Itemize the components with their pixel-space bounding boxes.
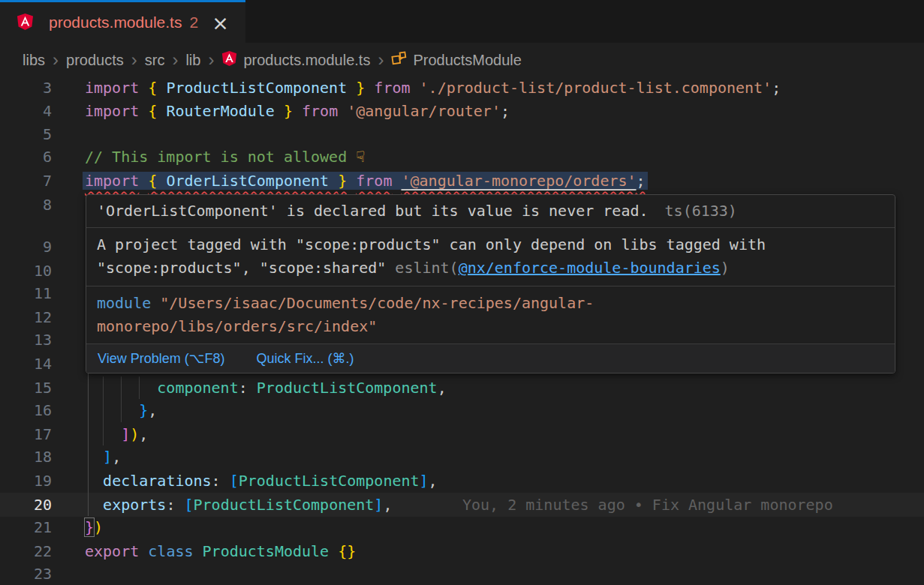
line-number-16: 16: [0, 399, 52, 422]
code-line-6[interactable]: // This import is not allowed ☟: [85, 146, 365, 169]
symbol-class-icon: [391, 50, 407, 70]
line-number-7: 7: [0, 170, 52, 193]
line-number-8: 8: [0, 194, 52, 217]
ts-diagnostic-code: ts(6133): [665, 202, 737, 220]
ts-diagnostic-row: 'OrderListComponent' is declared but its…: [86, 195, 895, 228]
code-line-17[interactable]: ]),: [85, 423, 148, 446]
line-number-6: 6: [0, 146, 52, 169]
quick-fix-action[interactable]: Quick Fix... (⌘.): [256, 347, 354, 370]
module-path-line2: monorepo/libs/orders/src/index": [97, 315, 884, 338]
view-problem-action[interactable]: View Problem (⌥F8): [98, 347, 224, 370]
breadcrumb-products[interactable]: products: [66, 52, 124, 69]
close-icon[interactable]: ×: [212, 13, 229, 33]
breadcrumb-libs[interactable]: libs: [23, 52, 45, 69]
tab-products-module[interactable]: products.module.ts 2 ×: [0, 0, 245, 43]
breadcrumb-src[interactable]: src: [145, 52, 165, 69]
line-number-15: 15: [0, 376, 52, 400]
chevron-right-icon: ›: [378, 51, 384, 69]
module-info-row: module "/Users/isaac/Documents/code/nx-r…: [86, 286, 895, 344]
breadcrumb-lib[interactable]: lib: [185, 52, 200, 69]
git-blame-annotation: You, 2 minutes ago • Fix Angular monorep…: [462, 494, 833, 517]
breadcrumb-symbol[interactable]: ProductsModule: [413, 52, 522, 69]
eslint-diagnostic-row: A project tagged with "scope:products" c…: [86, 228, 895, 286]
line-number-21: 21: [0, 516, 52, 539]
angular-file-icon: [17, 13, 34, 33]
chevron-right-icon: ›: [53, 51, 59, 69]
hover-status-bar: View Problem (⌥F8) Quick Fix... (⌘.): [86, 344, 895, 373]
line-number-4: 4: [0, 100, 52, 123]
tab-filename: products.module.ts: [49, 14, 182, 32]
angular-file-icon: [221, 50, 237, 70]
line-number-18: 18: [0, 446, 52, 469]
breadcrumb-file[interactable]: products.module.ts: [243, 52, 370, 69]
breadcrumb: libs › products › src › lib › products.m…: [0, 43, 924, 77]
diagnostic-hover-popup: 'OrderListComponent' is declared but its…: [86, 194, 895, 374]
code-line-19[interactable]: declarations: [ProductListComponent],: [85, 470, 438, 493]
vscode-window: products.module.ts 2 × libs › products ›…: [0, 0, 924, 585]
line-number-17: 17: [0, 423, 52, 446]
code-line-3[interactable]: import { ProductListComponent } from './…: [85, 76, 781, 100]
line-number-13: 13: [0, 328, 52, 352]
line-number-23: 23: [0, 562, 52, 585]
code-line-18[interactable]: ],: [85, 446, 121, 469]
tab-error-count-badge: 2: [189, 14, 198, 32]
tab-bar: products.module.ts 2 ×: [0, 0, 924, 43]
eslint-message-line2: "scope:products", "scope:shared" eslint(…: [97, 256, 884, 280]
eslint-message-line1: A project tagged with "scope:products" c…: [97, 233, 884, 256]
line-number-3: 3: [0, 76, 52, 100]
code-line-22[interactable]: export class ProductsModule {}: [85, 540, 356, 563]
chevron-right-icon: ›: [172, 51, 178, 69]
code-line-4[interactable]: import { RouterModule } from '@angular/r…: [85, 100, 510, 123]
line-number-9: 9: [0, 236, 52, 259]
chevron-right-icon: ›: [131, 51, 137, 69]
module-keyword: module: [97, 294, 151, 312]
line-number-20: 20: [0, 494, 52, 517]
chevron-right-icon: ›: [208, 51, 214, 69]
line-number-11: 11: [0, 282, 52, 305]
line-number-12: 12: [0, 306, 52, 329]
code-line-7[interactable]: import { OrderListComponent } from '@ang…: [85, 170, 648, 193]
code-line-15[interactable]: component: ProductListComponent,: [85, 376, 447, 400]
ts-diagnostic-message: 'OrderListComponent' is declared but its…: [97, 202, 649, 220]
code-line-21[interactable]: }): [85, 516, 103, 539]
code-line-16[interactable]: },: [85, 399, 157, 422]
line-number-22: 22: [0, 540, 52, 563]
module-path-line1: module "/Users/isaac/Documents/code/nx-r…: [97, 292, 884, 315]
eslint-source-suffix: ): [721, 259, 730, 277]
line-number-14: 14: [0, 352, 52, 376]
line-number-19: 19: [0, 470, 52, 493]
eslint-source-prefix: eslint(: [395, 259, 458, 277]
line-number-5: 5: [0, 123, 52, 146]
line-number-10: 10: [0, 260, 52, 283]
code-line-20[interactable]: exports: [ProductListComponent],: [85, 494, 392, 517]
eslint-rule-link[interactable]: @nx/enforce-module-boundaries: [459, 259, 721, 277]
